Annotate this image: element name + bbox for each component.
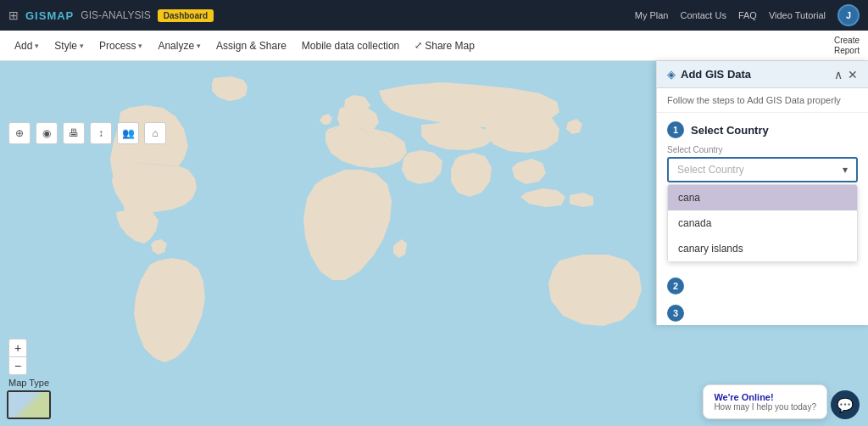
share-map-button[interactable]: ⤢ Share Map xyxy=(409,37,481,54)
chat-widget: We're Online! How may I help you today? xyxy=(703,384,827,419)
zoom-controls: + − xyxy=(8,339,27,375)
select-arrow-icon: ▾ xyxy=(843,164,848,176)
brand-logo: GISMAP xyxy=(25,9,74,22)
step3-row: 3 xyxy=(657,301,868,325)
gis-panel: ◈ Add GIS Data ∧ ✕ Follow the steps to A… xyxy=(656,61,868,325)
step2-number: 2 xyxy=(667,277,684,294)
panel-title: Add GIS Data xyxy=(681,68,751,81)
map-icon-bar: ⊕ ◉ 🖶 ↕ 👥 ⌂ xyxy=(8,122,166,144)
zoom-out-button[interactable]: − xyxy=(8,356,27,375)
step2-row: 2 xyxy=(657,271,868,301)
create-report-button[interactable]: Create Report xyxy=(834,36,860,56)
panel-gis-icon: ◈ xyxy=(667,68,676,81)
dashboard-badge[interactable]: Dashboard xyxy=(158,9,214,22)
mobile-data-button[interactable]: Mobile data collection xyxy=(296,37,405,54)
my-plan-link[interactable]: My Plan xyxy=(635,10,669,20)
style-chevron-icon: ▾ xyxy=(80,42,84,50)
select-country-field[interactable]: Select Country ▾ xyxy=(667,157,858,182)
map-icon-gps[interactable]: ◉ xyxy=(36,122,58,144)
video-tutorial-link[interactable]: Video Tutorial xyxy=(769,10,826,20)
dropdown-item-canary[interactable]: canary islands xyxy=(668,236,857,261)
country-dropdown: cana canada canary islands xyxy=(667,184,858,262)
map-icon-home[interactable]: ⌂ xyxy=(144,122,166,144)
map-icon-users[interactable]: 👥 xyxy=(117,122,139,144)
user-avatar[interactable]: J xyxy=(837,4,860,26)
chat-online-status: We're Online! xyxy=(714,392,816,402)
share-icon: ⤢ xyxy=(415,40,422,51)
chat-subtitle: How may I help you today? xyxy=(714,402,816,412)
faq-link[interactable]: FAQ xyxy=(738,10,757,20)
grid-icon[interactable]: ⊞ xyxy=(8,8,19,22)
chat-button[interactable]: 💬 xyxy=(831,390,860,419)
map-icon-location[interactable]: ⊕ xyxy=(8,122,31,144)
navbar-left: ⊞ GISMAP GIS-ANALYSIS Dashboard xyxy=(8,8,214,22)
panel-subtitle: Follow the steps to Add GIS Data properl… xyxy=(657,88,868,113)
sub-brand: GIS-ANALYSIS xyxy=(81,9,150,21)
contact-us-link[interactable]: Contact Us xyxy=(680,10,726,20)
analyze-button[interactable]: Analyze ▾ xyxy=(152,37,207,54)
style-button[interactable]: Style ▾ xyxy=(48,37,90,54)
panel-minimize-button[interactable]: ∧ xyxy=(834,69,843,81)
panel-title-row: ◈ Add GIS Data xyxy=(667,68,751,81)
dropdown-item-cana[interactable]: cana xyxy=(668,185,857,210)
map-icon-measure[interactable]: ↕ xyxy=(90,122,112,144)
chat-icon: 💬 xyxy=(837,397,854,413)
navbar: ⊞ GISMAP GIS-ANALYSIS Dashboard My Plan … xyxy=(0,0,868,31)
navbar-right: My Plan Contact Us FAQ Video Tutorial J xyxy=(635,4,860,26)
add-button[interactable]: Add ▾ xyxy=(8,37,45,54)
zoom-in-button[interactable]: + xyxy=(8,339,27,357)
step1-row: 1 Select Country xyxy=(667,121,858,138)
analyze-chevron-icon: ▾ xyxy=(197,42,201,50)
process-button[interactable]: Process ▾ xyxy=(93,37,148,54)
map-icon-print[interactable]: 🖶 xyxy=(63,122,85,144)
panel-close-button[interactable]: ✕ xyxy=(848,69,858,81)
dropdown-item-canada[interactable]: canada xyxy=(668,210,857,236)
panel-controls: ∧ ✕ xyxy=(834,69,858,81)
process-chevron-icon: ▾ xyxy=(138,42,142,50)
add-chevron-icon: ▾ xyxy=(35,42,39,50)
step3-number: 3 xyxy=(667,305,684,322)
step1-label: Select Country xyxy=(691,124,769,137)
select-placeholder: Select Country xyxy=(677,164,744,176)
step1-number: 1 xyxy=(667,121,684,138)
select-country-label: Select Country xyxy=(667,145,858,154)
map-type-thumbnail[interactable] xyxy=(7,390,51,419)
toolbar: Add ▾ Style ▾ Process ▾ Analyze ▾ Assign… xyxy=(0,31,868,61)
assign-share-button[interactable]: Assign & Share xyxy=(210,37,292,54)
panel-header: ◈ Add GIS Data ∧ ✕ xyxy=(657,61,868,88)
map-type-label: Map Type xyxy=(8,378,49,388)
panel-step1: 1 Select Country Select Country Select C… xyxy=(657,113,868,271)
